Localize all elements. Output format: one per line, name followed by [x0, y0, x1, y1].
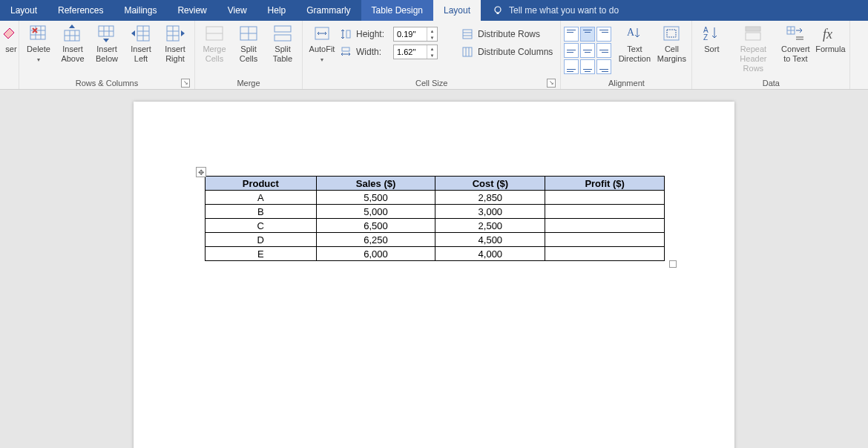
- table-cell[interactable]: [545, 233, 665, 247]
- svg-rect-1: [497, 13, 499, 14]
- table-cell[interactable]: 6,250: [316, 233, 435, 247]
- group-label-cell-size: Cell Size: [415, 79, 447, 88]
- align-top-center[interactable]: [580, 27, 595, 42]
- document-table[interactable]: Product Sales ($) Cost ($) Profit ($) A5…: [205, 176, 665, 261]
- table-cell[interactable]: 6,500: [316, 219, 435, 233]
- align-bot-center[interactable]: [580, 59, 595, 74]
- distribute-rows-button[interactable]: Distribute Rows: [457, 27, 545, 42]
- table-header-cell[interactable]: Cost ($): [435, 177, 545, 191]
- sort-icon: AZ: [701, 24, 722, 43]
- table-cell[interactable]: 2,500: [435, 219, 545, 233]
- table-cell[interactable]: C: [206, 219, 317, 233]
- delete-button[interactable]: Delete ▾: [22, 22, 55, 66]
- tab-grammarly[interactable]: Grammarly: [296, 0, 361, 21]
- align-mid-center[interactable]: [580, 43, 595, 58]
- table-cell[interactable]: [545, 205, 665, 219]
- table-row[interactable]: C6,5002,500: [206, 219, 665, 233]
- group-label-alignment: Alignment: [564, 77, 688, 89]
- table-header-row[interactable]: Product Sales ($) Cost ($) Profit ($): [206, 177, 665, 191]
- table-cell[interactable]: 4,500: [435, 233, 545, 247]
- svg-marker-27: [181, 30, 185, 36]
- height-label: Height:: [356, 29, 389, 39]
- width-icon: [340, 46, 352, 58]
- split-cells-button[interactable]: Split Cells: [232, 22, 265, 65]
- autofit-button[interactable]: AutoFit ▾: [306, 22, 338, 66]
- align-mid-left[interactable]: [564, 43, 579, 58]
- table-row[interactable]: E6,0004,000: [206, 247, 665, 261]
- insert-above-button[interactable]: Insert Above: [56, 22, 89, 65]
- table-cell[interactable]: B: [206, 205, 317, 219]
- group-label-data: Data: [695, 77, 846, 89]
- tell-me-search[interactable]: Tell me what you want to do: [481, 0, 631, 21]
- tab-view[interactable]: View: [217, 0, 257, 21]
- svg-rect-37: [463, 30, 472, 39]
- align-top-right[interactable]: [596, 27, 611, 42]
- tab-references[interactable]: References: [47, 0, 114, 21]
- spin-down-icon[interactable]: ▼: [427, 34, 437, 41]
- table-row[interactable]: B5,0003,000: [206, 205, 665, 219]
- autofit-icon: [312, 24, 332, 43]
- spin-down-icon[interactable]: ▼: [427, 52, 437, 59]
- distribute-columns-icon: [461, 46, 473, 58]
- sort-button[interactable]: AZ Sort: [695, 22, 728, 56]
- table-cell[interactable]: 2,850: [435, 191, 545, 205]
- insert-below-button[interactable]: Insert Below: [91, 22, 123, 65]
- eraser-button[interactable]: ser: [3, 22, 19, 56]
- table-cell[interactable]: [545, 191, 665, 205]
- text-direction-button[interactable]: A Text Direction: [616, 22, 653, 65]
- dialog-launcher[interactable]: ↘: [547, 79, 556, 88]
- insert-left-button[interactable]: Insert Left: [125, 22, 157, 65]
- table-cell[interactable]: 6,000: [316, 247, 435, 261]
- svg-rect-49: [746, 27, 760, 31]
- tab-help[interactable]: Help: [257, 0, 297, 21]
- tab-review[interactable]: Review: [167, 0, 217, 21]
- text-direction-icon: A: [624, 24, 645, 43]
- distribute-columns-button[interactable]: Distribute Columns: [457, 45, 557, 59]
- tab-table-design[interactable]: Table Design: [361, 0, 433, 21]
- group-label-merge: Merge: [198, 77, 299, 89]
- svg-rect-45: [664, 27, 679, 40]
- table-cell[interactable]: [545, 247, 665, 261]
- width-input[interactable]: 1.62" ▲▼: [393, 45, 438, 59]
- delete-table-icon: [28, 24, 49, 43]
- table-cell[interactable]: A: [206, 191, 317, 205]
- align-top-left[interactable]: [564, 27, 579, 42]
- distribute-rows-icon: [461, 28, 473, 40]
- align-mid-right[interactable]: [596, 43, 611, 58]
- table-cell[interactable]: 3,000: [435, 205, 545, 219]
- table-cell[interactable]: D: [206, 233, 317, 247]
- table-cell[interactable]: [545, 219, 665, 233]
- height-input[interactable]: 0.19" ▲▼: [393, 27, 438, 42]
- split-table-icon: [272, 24, 293, 43]
- merge-cells-icon: [204, 24, 225, 43]
- table-row[interactable]: A5,5002,850: [206, 191, 665, 205]
- insert-right-icon: [165, 24, 185, 43]
- dialog-launcher[interactable]: ↘: [181, 79, 190, 88]
- table-cell[interactable]: 4,000: [435, 247, 545, 261]
- table-move-handle[interactable]: ✥: [196, 167, 206, 177]
- tab-table-layout[interactable]: Layout: [433, 0, 481, 21]
- tab-mailings[interactable]: Mailings: [114, 0, 167, 21]
- formula-button[interactable]: fx Formula: [814, 22, 846, 56]
- document-area[interactable]: ✥ Product Sales ($) Cost ($) Profit ($) …: [0, 90, 868, 448]
- table-header-cell[interactable]: Sales ($): [316, 177, 435, 191]
- spin-up-icon[interactable]: ▲: [427, 27, 437, 34]
- align-bot-left[interactable]: [564, 59, 579, 74]
- table-cell[interactable]: E: [206, 247, 317, 261]
- page[interactable]: ✥ Product Sales ($) Cost ($) Profit ($) …: [134, 102, 734, 448]
- table-row[interactable]: D6,2504,500: [206, 233, 665, 247]
- cell-margins-button[interactable]: Cell Margins: [654, 22, 688, 65]
- formula-icon: fx: [820, 24, 841, 43]
- table-cell[interactable]: 5,500: [316, 191, 435, 205]
- table-resize-handle[interactable]: [669, 260, 677, 268]
- split-table-button[interactable]: Split Table: [266, 22, 299, 65]
- merge-cells-button: Merge Cells: [198, 22, 231, 65]
- table-header-cell[interactable]: Profit ($): [545, 177, 665, 191]
- tab-layout[interactable]: Layout: [0, 0, 47, 21]
- convert-to-text-button[interactable]: Convert to Text: [778, 22, 812, 65]
- table-cell[interactable]: 5,000: [316, 205, 435, 219]
- table-header-cell[interactable]: Product: [206, 177, 317, 191]
- spin-up-icon[interactable]: ▲: [427, 45, 437, 52]
- insert-right-button[interactable]: Insert Right: [159, 22, 191, 65]
- align-bot-right[interactable]: [596, 59, 611, 74]
